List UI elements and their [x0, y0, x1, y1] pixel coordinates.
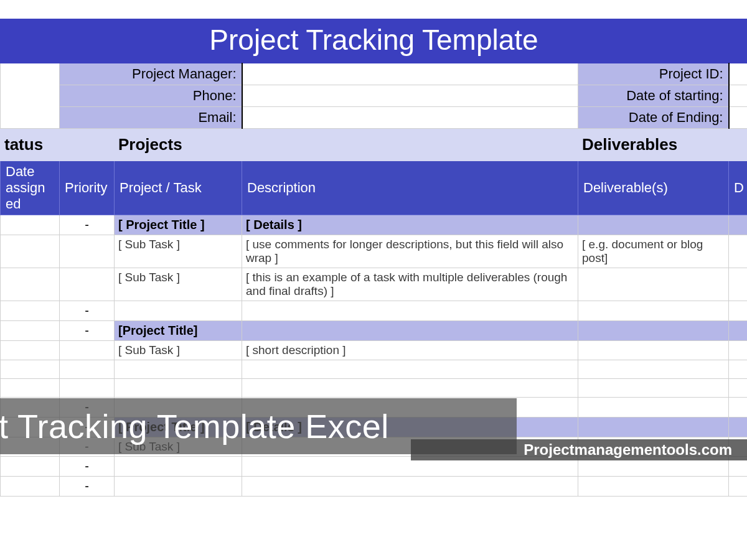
cell-desc[interactable] — [242, 321, 578, 341]
page-title: Project Tracking Template — [1, 19, 748, 63]
cell-desc[interactable] — [242, 457, 578, 477]
cell-extra[interactable] — [729, 379, 748, 398]
cell-task[interactable]: [ Sub Task ] — [115, 268, 242, 301]
cell-extra[interactable] — [729, 268, 748, 301]
cell-desc[interactable] — [242, 360, 578, 379]
cell-date[interactable] — [1, 301, 60, 321]
cell-priority[interactable]: - — [60, 301, 115, 321]
cell-date[interactable] — [1, 477, 60, 497]
cell-task[interactable] — [115, 398, 242, 418]
cell-deliv[interactable] — [578, 379, 729, 398]
label-project-manager: Project Manager: — [60, 63, 242, 85]
table-row[interactable]: - [ Project Title ] [ Details ] — [1, 418, 748, 437]
cell-desc[interactable] — [242, 398, 578, 418]
cell-extra[interactable] — [729, 437, 748, 457]
cell-deliv[interactable] — [578, 301, 729, 321]
cell-desc[interactable] — [242, 437, 578, 457]
input-project-manager[interactable] — [242, 63, 578, 85]
cell-extra[interactable] — [729, 457, 748, 477]
cell-priority[interactable]: - — [60, 457, 115, 477]
cell-date[interactable] — [1, 360, 60, 379]
cell-desc[interactable]: [ this is an example of a task with mult… — [242, 268, 578, 301]
cell-task[interactable]: [Project Title] — [115, 321, 242, 341]
table-row[interactable]: - [Project Title] — [1, 321, 748, 341]
table-row[interactable]: - [ Sub Task ] — [1, 437, 748, 457]
cell-date[interactable] — [1, 398, 60, 418]
cell-desc[interactable] — [242, 477, 578, 497]
cell-deliv[interactable] — [578, 398, 729, 418]
cell-date[interactable] — [1, 341, 60, 360]
cell-task[interactable]: [ Sub Task ] — [115, 437, 242, 457]
cell-priority[interactable]: - — [60, 215, 115, 235]
input-project-id[interactable] — [729, 63, 748, 85]
cell-extra[interactable] — [729, 341, 748, 360]
cell-task[interactable]: [ Project Title ] — [115, 418, 242, 437]
cell-date[interactable] — [1, 268, 60, 301]
cell-date[interactable] — [1, 437, 60, 457]
table-row[interactable] — [1, 360, 748, 379]
cell-extra[interactable] — [729, 360, 748, 379]
cell-date[interactable] — [1, 321, 60, 341]
cell-date[interactable] — [1, 235, 60, 268]
cell-deliv[interactable] — [578, 418, 729, 437]
cell-desc[interactable] — [242, 301, 578, 321]
cell-extra[interactable] — [729, 398, 748, 418]
table-row[interactable]: - — [1, 301, 748, 321]
cell-priority[interactable] — [60, 379, 115, 398]
cell-date[interactable] — [1, 457, 60, 477]
cell-date[interactable] — [1, 379, 60, 398]
table-row[interactable]: - — [1, 398, 748, 418]
table-row[interactable]: [ Sub Task ] [ this is an example of a t… — [1, 268, 748, 301]
cell-priority[interactable] — [60, 268, 115, 301]
cell-priority[interactable] — [60, 341, 115, 360]
table-row[interactable]: - — [1, 477, 748, 497]
cell-task[interactable] — [115, 477, 242, 497]
cell-priority[interactable] — [60, 235, 115, 268]
cell-deliv[interactable] — [578, 360, 729, 379]
cell-desc[interactable]: [ Details ] — [242, 418, 578, 437]
input-email[interactable] — [242, 107, 578, 129]
cell-priority[interactable]: - — [60, 321, 115, 341]
cell-desc[interactable] — [242, 379, 578, 398]
cell-desc[interactable]: [ short description ] — [242, 341, 578, 360]
cell-task[interactable] — [115, 301, 242, 321]
cell-priority[interactable]: - — [60, 437, 115, 457]
cell-task[interactable] — [115, 457, 242, 477]
cell-date[interactable] — [1, 215, 60, 235]
cell-task[interactable] — [115, 379, 242, 398]
cell-task[interactable]: [ Sub Task ] — [115, 341, 242, 360]
cell-date[interactable] — [1, 418, 60, 437]
cell-priority[interactable]: - — [60, 398, 115, 418]
cell-deliv[interactable] — [578, 457, 729, 477]
cell-deliv[interactable] — [578, 437, 729, 457]
input-date-start[interactable] — [729, 85, 748, 107]
cell-deliv[interactable] — [578, 321, 729, 341]
cell-extra[interactable] — [729, 321, 748, 341]
title-row: Project Tracking Template — [1, 19, 748, 63]
cell-task[interactable]: [ Sub Task ] — [115, 235, 242, 268]
cell-deliv[interactable]: [ e.g. document or blog post] — [578, 235, 729, 268]
table-row[interactable]: [ Sub Task ] [ use comments for longer d… — [1, 235, 748, 268]
cell-priority[interactable]: - — [60, 477, 115, 497]
cell-desc[interactable]: [ use comments for longer descriptions, … — [242, 235, 578, 268]
table-row[interactable]: - [ Project Title ] [ Details ] — [1, 215, 748, 235]
cell-extra[interactable] — [729, 418, 748, 437]
table-row[interactable]: [ Sub Task ] [ short description ] — [1, 341, 748, 360]
cell-priority[interactable] — [60, 360, 115, 379]
table-row[interactable]: - — [1, 457, 748, 477]
cell-deliv[interactable] — [578, 477, 729, 497]
cell-deliv[interactable] — [578, 215, 729, 235]
cell-desc[interactable]: [ Details ] — [242, 215, 578, 235]
cell-extra[interactable] — [729, 477, 748, 497]
input-date-end[interactable] — [729, 107, 748, 129]
cell-deliv[interactable] — [578, 341, 729, 360]
cell-task[interactable]: [ Project Title ] — [115, 215, 242, 235]
cell-deliv[interactable] — [578, 268, 729, 301]
cell-extra[interactable] — [729, 301, 748, 321]
table-row[interactable] — [1, 379, 748, 398]
cell-extra[interactable] — [729, 235, 748, 268]
cell-task[interactable] — [115, 360, 242, 379]
input-phone[interactable] — [242, 85, 578, 107]
cell-extra[interactable] — [729, 215, 748, 235]
cell-priority[interactable]: - — [60, 418, 115, 437]
